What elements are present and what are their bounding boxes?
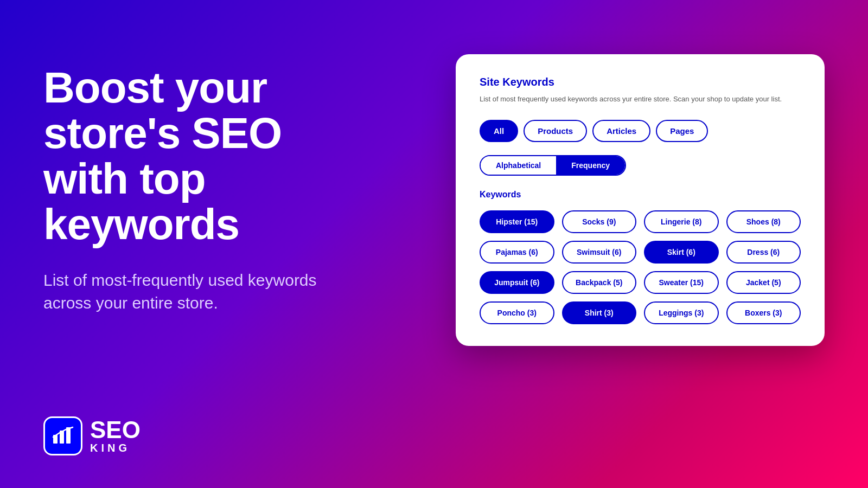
hero-section: Boost your store's SEO with top keywords…: [43, 65, 369, 314]
keywords-grid: Hipster (15)Socks (9)Lingerie (8)Shoes (…: [480, 210, 801, 324]
logo-area: SEO KING: [43, 416, 141, 455]
sort-tab-frequency[interactable]: Frequency: [556, 156, 625, 175]
keyword-tag-15[interactable]: Boxers (3): [726, 301, 801, 324]
logo-icon: [43, 416, 82, 455]
keyword-tag-14[interactable]: Leggings (3): [644, 301, 719, 324]
keyword-tag-13[interactable]: Shirt (3): [562, 301, 637, 324]
panel-description: List of most frequently used keywords ac…: [480, 94, 801, 105]
logo-text: SEO KING: [90, 418, 141, 454]
panel-title: Site Keywords: [480, 76, 801, 88]
sort-tab-alphabetical[interactable]: Alphabetical: [481, 156, 556, 175]
keyword-tag-9[interactable]: Backpack (5): [562, 271, 637, 294]
keyword-tag-2[interactable]: Lingerie (8): [644, 210, 719, 233]
keyword-tag-3[interactable]: Shoes (8): [726, 210, 801, 233]
logo-king-text: KING: [90, 442, 141, 454]
keyword-tag-7[interactable]: Dress (6): [726, 241, 801, 264]
keyword-tag-0[interactable]: Hipster (15): [480, 210, 554, 233]
logo-svg: [51, 424, 75, 448]
keyword-tag-6[interactable]: Skirt (6): [644, 241, 719, 264]
keyword-tag-1[interactable]: Socks (9): [562, 210, 637, 233]
keyword-tag-8[interactable]: Jumpsuit (6): [480, 271, 554, 294]
logo-seo-text: SEO: [90, 418, 141, 442]
sort-tabs-row: AlphabeticalFrequency: [480, 155, 626, 176]
keyword-tag-12[interactable]: Poncho (3): [480, 301, 554, 324]
filter-tab-products[interactable]: Products: [524, 120, 587, 142]
filter-tab-all[interactable]: All: [480, 120, 518, 142]
keywords-label: Keywords: [480, 190, 801, 200]
keyword-tag-10[interactable]: Sweater (15): [644, 271, 719, 294]
keywords-panel: Site Keywords List of most frequently us…: [456, 54, 825, 346]
hero-subtitle: List of most-frequently used keywords ac…: [43, 269, 326, 314]
keyword-tag-5[interactable]: Swimsuit (6): [562, 241, 637, 264]
filter-tabs-row: AllProductsArticlesPages: [480, 120, 801, 142]
filter-tab-pages[interactable]: Pages: [656, 120, 708, 142]
keyword-tag-11[interactable]: Jacket (5): [726, 271, 801, 294]
hero-title: Boost your store's SEO with top keywords: [43, 65, 369, 247]
keyword-tag-4[interactable]: Pajamas (6): [480, 241, 554, 264]
filter-tab-articles[interactable]: Articles: [592, 120, 650, 142]
